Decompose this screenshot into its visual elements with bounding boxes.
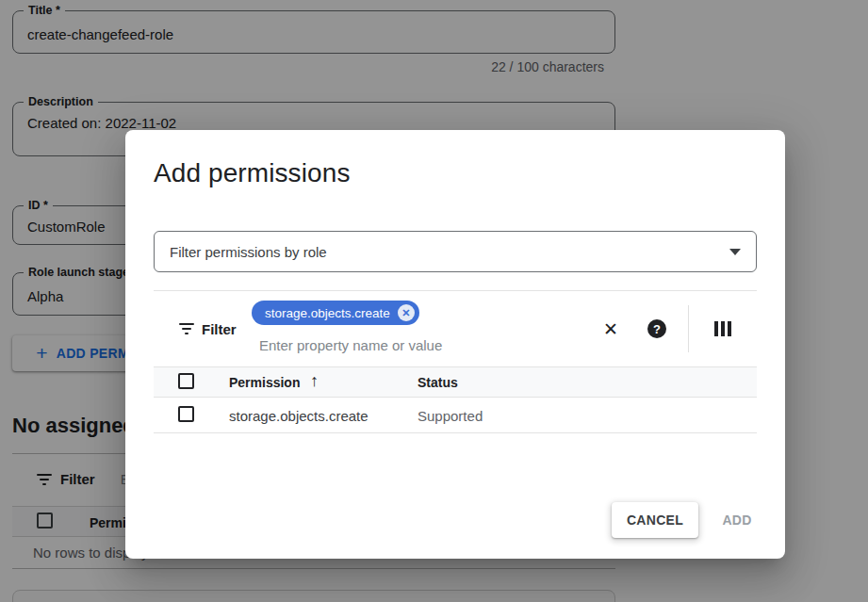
create-role-page: Title * create-changefeed-role 22 / 100 … <box>0 0 868 602</box>
table-row[interactable]: storage.objects.create Supported <box>154 399 757 433</box>
chevron-down-icon <box>729 249 741 255</box>
divider <box>154 290 757 291</box>
column-display-icon[interactable] <box>714 321 731 336</box>
filter-permissions-by-role-select[interactable]: Filter permissions by role <box>154 231 757 272</box>
filter-permissions-by-role-placeholder: Filter permissions by role <box>170 244 327 260</box>
filter-label: Filter <box>202 321 237 337</box>
filter-chip-label: storage.objects.create <box>265 306 390 320</box>
row-checkbox[interactable] <box>178 406 194 422</box>
help-icon[interactable]: ? <box>647 319 666 338</box>
select-all-checkbox[interactable] <box>178 373 194 389</box>
status-column-header[interactable]: Status <box>418 375 458 390</box>
dialog-title: Add permissions <box>154 158 350 188</box>
filter-icon <box>179 323 194 334</box>
sort-ascending-icon[interactable]: ↑ <box>310 371 319 391</box>
permission-column-header[interactable]: Permission <box>229 375 300 390</box>
row-permission-cell: storage.objects.create <box>229 408 368 424</box>
divider <box>688 305 689 352</box>
row-status-cell: Supported <box>418 408 483 424</box>
add-button[interactable]: ADD <box>704 502 770 538</box>
filter-input[interactable]: Enter property name or value <box>259 337 442 353</box>
add-permissions-dialog: Add permissions Filter permissions by ro… <box>125 130 785 559</box>
filter-chip[interactable]: storage.objects.create ✕ <box>252 301 419 325</box>
chip-remove-icon[interactable]: ✕ <box>398 304 415 321</box>
clear-filters-icon[interactable]: ✕ <box>598 317 623 341</box>
cancel-button[interactable]: CANCEL <box>612 502 698 538</box>
permissions-table-header: Permission ↑ Status <box>154 366 757 398</box>
